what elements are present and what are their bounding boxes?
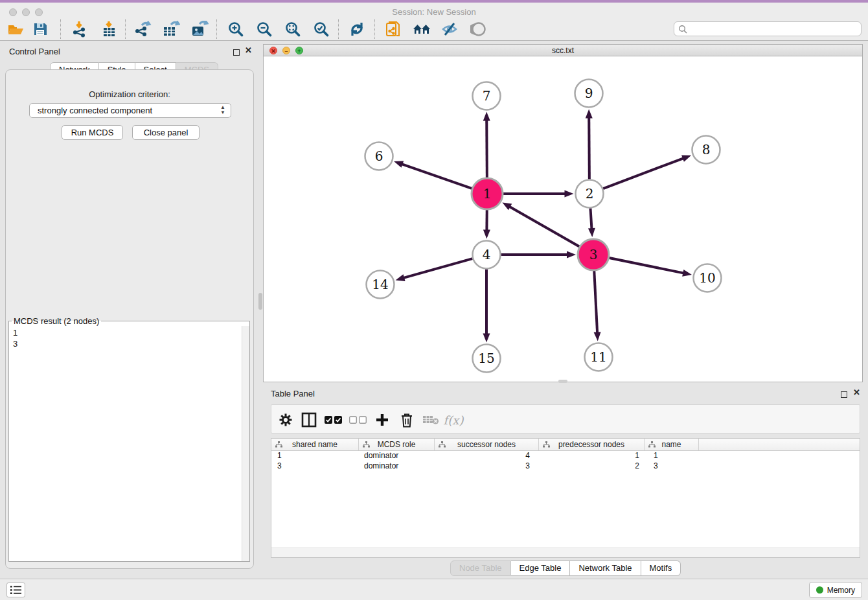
table-cell[interactable]: dominator [359,461,435,472]
table-options-icon[interactable] [276,410,295,430]
add-column-icon[interactable] [372,410,392,430]
delete-column-icon[interactable] [397,410,417,430]
result-scrollbar[interactable] [242,326,249,561]
search-input[interactable] [690,23,857,35]
table-header-row: shared nameMCDS rolesuccessor nodesprede… [271,439,860,451]
edge-3-10[interactable] [609,258,685,273]
zoom-in-icon[interactable] [226,20,246,38]
first-neighbors-icon[interactable] [412,20,431,38]
tab-edge-table[interactable]: Edge Table [511,560,571,576]
save-session-icon[interactable] [30,20,50,38]
table-toolbar: f(x) [271,404,860,433]
deselect-all-columns-icon[interactable] [348,410,368,430]
edge-1-6[interactable] [401,164,472,189]
import-network-icon[interactable] [69,20,89,38]
table-cell[interactable]: 4 [435,451,539,461]
network-view-window: ✕ – + scc.txt 7968124314101511 [263,44,863,382]
memory-status-icon [816,586,823,594]
edge-1-7[interactable] [486,119,487,178]
edge-2-8[interactable] [603,158,685,189]
table-cell[interactable]: dominator [359,451,435,461]
float-panel-icon[interactable] [233,47,241,54]
arrowhead-icon [681,155,691,161]
arrowhead-icon [502,202,512,210]
column-header-MCDS-role[interactable]: MCDS role [359,439,435,450]
open-session-icon[interactable] [6,20,25,38]
memory-label: Memory [827,586,855,595]
select-all-columns-icon[interactable] [324,410,343,430]
column-header-predecessor-nodes[interactable]: predecessor nodes [539,439,645,450]
table-cell[interactable]: 3 [271,461,359,472]
network-canvas[interactable]: 7968124314101511 [264,57,862,382]
delete-table-icon[interactable] [421,410,440,430]
memory-button[interactable]: Memory [809,582,862,598]
graph-node-label: 15 [478,351,494,366]
network-resize-handle[interactable] [558,380,567,383]
graph-node-label: 4 [483,247,491,262]
tab-node-table[interactable]: Node Table [450,560,511,576]
table-row[interactable]: 3dominator323 [271,461,860,472]
close-panel-button[interactable]: Close panel [132,125,200,140]
arrowhead-icon [682,270,692,277]
edge-3-11[interactable] [594,271,597,334]
search-field [674,21,862,36]
function-builder-icon[interactable]: f(x) [444,410,463,430]
table-cell[interactable]: 2 [539,461,645,472]
table-cell[interactable]: 1 [271,451,359,461]
table-cell[interactable]: 1 [539,451,645,461]
node-table: shared nameMCDS rolesuccessor nodesprede… [271,438,860,558]
tab-motifs[interactable]: Motifs [641,560,681,576]
table-row[interactable]: 1dominator411 [271,451,860,461]
chevron-updown-icon: ▲▼ [220,105,225,115]
control-panel-title: Control Panel [0,47,60,56]
arrowhead-icon [588,228,595,237]
column-header-shared-name[interactable]: shared name [271,439,359,450]
criterion-select[interactable]: strongly connected component ▲▼ [29,103,231,118]
export-network-icon[interactable] [133,20,152,38]
new-network-from-selection-icon[interactable] [383,20,403,38]
graph-node-label: 3 [589,247,598,262]
edge-2-3[interactable] [590,208,591,230]
column-header-name[interactable]: name [645,439,699,450]
float-table-panel-icon[interactable] [841,389,849,397]
table-tabs: Node TableEdge TableNetwork TableMotifs [450,560,681,576]
export-image-icon[interactable] [190,20,209,38]
zoom-selected-icon[interactable] [312,20,331,38]
edge-2-9[interactable] [589,116,589,179]
close-table-panel-icon[interactable]: ✕ [853,389,861,397]
export-table-icon[interactable] [161,20,181,38]
zoom-fit-icon[interactable] [283,20,303,38]
toolbar-separator [374,19,375,39]
hierarchy-icon [439,441,446,448]
list-icon [10,586,21,594]
optimization-criterion-label: Optimization criterion: [6,89,253,99]
table-cell[interactable]: 1 [645,451,699,461]
import-table-icon[interactable] [99,20,119,38]
show-all-icon[interactable] [469,20,488,38]
toggle-panel-layout-icon[interactable] [299,410,319,430]
hide-selected-icon[interactable] [440,20,459,38]
table-body: 1dominator4113dominator323 [271,451,860,472]
column-header-successor-nodes[interactable]: successor nodes [435,439,539,450]
network-window-titlebar[interactable]: ✕ – + scc.txt [264,45,862,56]
arrowhead-icon [394,161,404,167]
table-horizontal-scrollbar[interactable] [271,548,860,557]
arrowhead-icon [396,274,405,281]
panel-divider-handle[interactable] [258,293,262,310]
close-panel-icon[interactable]: ✕ [245,47,253,54]
hierarchy-icon [648,441,656,448]
task-history-button[interactable] [6,583,25,597]
run-mcds-button[interactable]: Run MCDS [62,125,123,140]
table-cell[interactable]: 3 [435,461,539,472]
mcds-result-textarea[interactable]: 1 3 [9,326,249,561]
toolbar-separator [338,19,339,39]
zoom-out-icon[interactable] [255,20,274,38]
table-cell[interactable]: 3 [645,461,699,472]
app-title: Session: New Session [0,7,868,17]
edge-4-14[interactable] [402,259,472,278]
tab-network-table[interactable]: Network Table [570,560,641,576]
arrowhead-icon [483,229,490,238]
graph-node-label: 2 [586,186,594,202]
apply-layout-icon[interactable] [347,20,367,38]
edge-3-1[interactable] [508,206,579,247]
